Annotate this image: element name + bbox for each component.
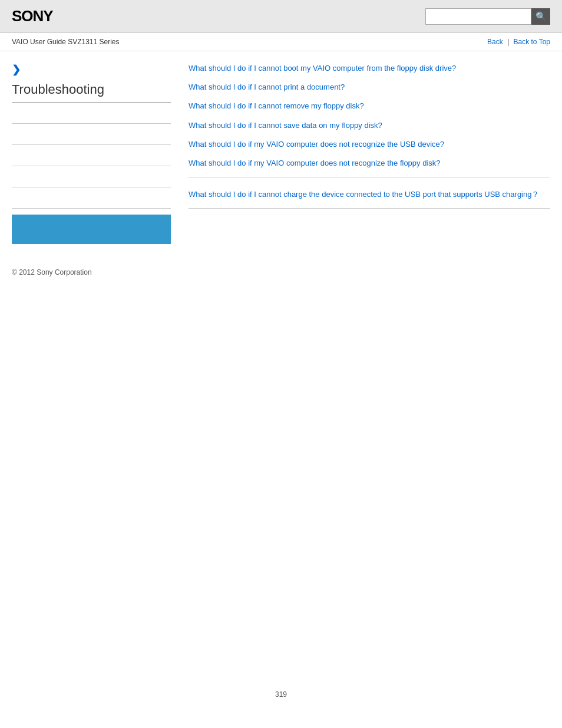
sidebar-title: Troubleshooting — [12, 82, 171, 103]
content-links-section: What should I do if I cannot boot my VAI… — [189, 63, 550, 169]
sidebar-chevron[interactable]: ❯ — [12, 63, 171, 76]
sony-logo: SONY — [12, 7, 53, 25]
sidebar-line-3 — [12, 145, 171, 166]
header: SONY 🔍 — [0, 0, 562, 33]
content-divider — [189, 177, 550, 177]
back-to-top-link[interactable]: Back to Top — [514, 38, 550, 46]
content-link-4[interactable]: What should I do if I cannot save data o… — [189, 120, 550, 131]
back-link[interactable]: Back — [487, 38, 503, 46]
footer: © 2012 Sony Corporation — [0, 256, 562, 282]
nav-separator: | — [507, 38, 509, 46]
search-input[interactable] — [425, 8, 531, 25]
content-link-6[interactable]: What should I do if my VAIO computer doe… — [189, 158, 550, 169]
sidebar-line-1 — [12, 103, 171, 124]
main-content: ❯ Troubleshooting What should I do if I … — [0, 51, 562, 256]
copyright: © 2012 Sony Corporation — [12, 268, 92, 276]
content-section-bottom: What should I do if I cannot charge the … — [189, 186, 550, 200]
sidebar: ❯ Troubleshooting — [12, 63, 183, 244]
search-area: 🔍 — [425, 8, 550, 25]
content-divider-bottom — [189, 208, 550, 209]
search-button[interactable]: 🔍 — [531, 8, 550, 25]
content-area: What should I do if I cannot boot my VAI… — [183, 63, 550, 244]
sidebar-line-5 — [12, 187, 171, 209]
search-icon: 🔍 — [535, 11, 547, 22]
content-link-5[interactable]: What should I do if my VAIO computer doe… — [189, 139, 550, 150]
sidebar-lines — [12, 103, 171, 209]
guide-title: VAIO User Guide SVZ1311 Series — [12, 38, 120, 46]
sidebar-highlight[interactable] — [12, 215, 171, 244]
content-link-2[interactable]: What should I do if I cannot print a doc… — [189, 82, 550, 93]
page-number: 319 — [0, 678, 562, 710]
content-link-3[interactable]: What should I do if I cannot remove my f… — [189, 101, 550, 111]
content-link-1[interactable]: What should I do if I cannot boot my VAI… — [189, 63, 550, 74]
navbar: VAIO User Guide SVZ1311 Series Back | Ba… — [0, 33, 562, 51]
content-link-bottom[interactable]: What should I do if I cannot charge the … — [189, 189, 550, 200]
sidebar-line-2 — [12, 124, 171, 145]
sidebar-line-4 — [12, 166, 171, 187]
nav-links: Back | Back to Top — [487, 38, 550, 46]
